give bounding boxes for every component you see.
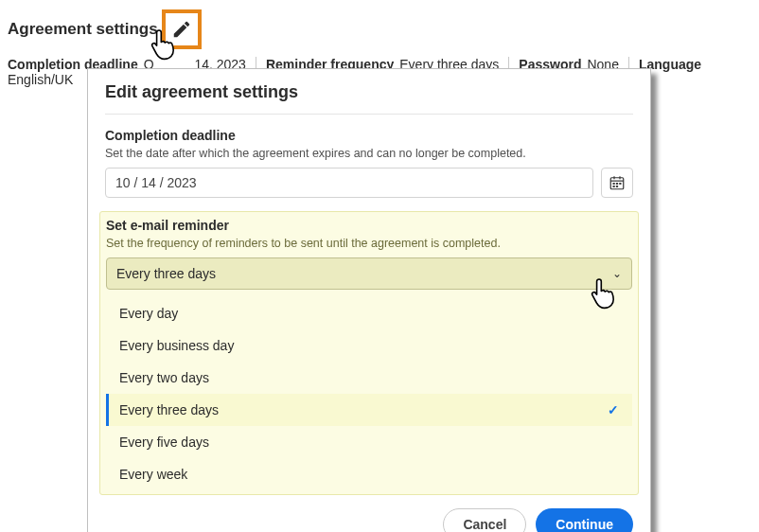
modal-title: Edit agreement settings	[105, 82, 633, 115]
reminder-option-selected[interactable]: Every three days ✓	[106, 394, 632, 426]
reminder-selected-value: Every three days	[116, 266, 216, 281]
svg-rect-5	[616, 183, 618, 185]
continue-button[interactable]: Continue	[536, 508, 633, 532]
edit-agreement-modal: Edit agreement settings Completion deadl…	[87, 68, 651, 532]
chevron-down-icon: ⌄	[612, 267, 622, 280]
reminder-section: Set e-mail reminder Set the frequency of…	[99, 211, 639, 495]
reminder-option-label: Every two days	[119, 370, 209, 385]
svg-rect-6	[619, 183, 621, 185]
calendar-button[interactable]	[601, 168, 633, 198]
reminder-section-title: Set e-mail reminder	[106, 218, 632, 233]
page-title: Agreement settings	[8, 20, 158, 39]
checkmark-icon: ✓	[608, 402, 619, 417]
reminder-option[interactable]: Every two days	[106, 362, 632, 394]
reminder-dropdown: Every day Every business day Every two d…	[106, 297, 632, 494]
reminder-option[interactable]: Every five days	[106, 426, 632, 458]
reminder-option-label: Every business day	[119, 338, 234, 353]
reminder-frequency-select[interactable]: Every three days ⌄	[106, 257, 632, 290]
meta-language-value: English/UK	[8, 72, 73, 87]
deadline-section-desc: Set the date after which the agreement e…	[105, 147, 633, 160]
deadline-section-title: Completion deadline	[105, 128, 633, 143]
reminder-option-label: Every week	[119, 467, 187, 482]
edit-settings-button[interactable]	[162, 9, 202, 49]
deadline-date-input[interactable]	[105, 168, 593, 198]
calendar-icon	[609, 174, 626, 191]
reminder-option-label: Every day	[119, 306, 178, 321]
reminder-section-desc: Set the frequency of reminders to be sen…	[106, 237, 632, 250]
svg-rect-4	[613, 183, 615, 185]
reminder-option[interactable]: Every week	[106, 458, 632, 490]
pencil-icon	[171, 19, 192, 40]
reminder-option-label: Every five days	[119, 434, 209, 450]
svg-rect-8	[616, 186, 618, 187]
reminder-option[interactable]: Every business day	[106, 329, 632, 362]
reminder-option[interactable]: Every day	[106, 297, 632, 329]
reminder-option-label: Every three days	[119, 402, 219, 417]
cancel-button[interactable]: Cancel	[443, 508, 526, 532]
svg-rect-7	[613, 186, 615, 187]
